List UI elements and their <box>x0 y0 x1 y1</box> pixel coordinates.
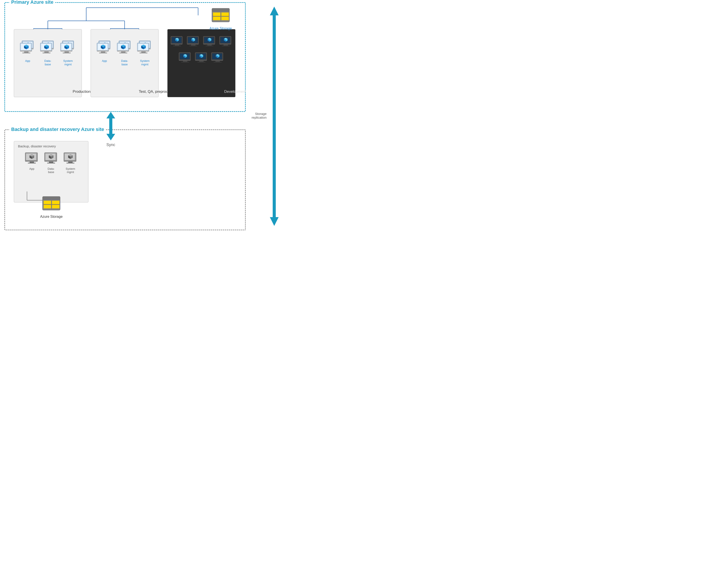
svg-rect-160 <box>183 61 187 62</box>
svg-marker-236 <box>270 15 279 226</box>
backup-app-monitor <box>24 152 39 166</box>
svg-rect-161 <box>181 62 189 63</box>
svg-rect-61 <box>64 51 69 52</box>
svg-rect-196 <box>29 162 34 163</box>
svg-rect-190 <box>213 17 221 20</box>
svg-rect-206 <box>47 163 55 163</box>
test-sys-vm: Systemmgmt <box>137 40 153 66</box>
svg-rect-214 <box>68 162 72 163</box>
svg-rect-133 <box>191 44 195 46</box>
primary-site-label: Primary Azure site <box>9 0 55 5</box>
production-box: App <box>14 29 82 97</box>
storage-replication-arrow <box>268 6 281 226</box>
svg-rect-179 <box>214 62 222 63</box>
backup-sys-monitor <box>63 152 78 166</box>
svg-rect-78 <box>97 50 108 51</box>
backup-inner-label: Backup, disaster recovery <box>18 144 56 148</box>
backup-db-label: Data-base <box>48 167 55 174</box>
sync-area: Sync <box>103 112 119 147</box>
svg-rect-143 <box>206 46 213 46</box>
vm-monitor-front-db <box>40 43 54 56</box>
svg-rect-97 <box>121 51 125 52</box>
dev-monitor-2 <box>186 36 200 49</box>
svg-rect-226 <box>43 199 60 200</box>
test-app-vm: App <box>96 40 113 66</box>
dev-monitor-7 <box>211 52 225 65</box>
svg-rect-188 <box>213 13 221 16</box>
diagram-container: Primary Azure site <box>0 0 285 235</box>
dev-monitor-4 <box>219 36 233 49</box>
dev-label: Development <box>202 89 269 94</box>
svg-rect-96 <box>117 50 129 51</box>
svg-rect-197 <box>28 163 36 163</box>
dev-monitor-6 <box>194 52 208 65</box>
test-app-label: App <box>102 59 107 63</box>
production-sys-vm: Systemmgmt <box>60 40 76 66</box>
svg-rect-124 <box>175 44 179 46</box>
svg-rect-98 <box>119 52 127 53</box>
svg-rect-134 <box>189 46 197 46</box>
primary-site-box: Primary Azure site <box>4 2 246 112</box>
svg-rect-177 <box>211 60 223 61</box>
svg-marker-234 <box>106 126 115 140</box>
svg-rect-204 <box>44 161 57 162</box>
svg-rect-187 <box>212 11 229 12</box>
test-sys-label: Systemmgmt <box>140 59 149 66</box>
production-db-vm: Data-base <box>40 40 56 66</box>
svg-rect-213 <box>64 161 76 162</box>
svg-rect-114 <box>137 50 149 51</box>
svg-rect-159 <box>179 60 190 61</box>
svg-rect-191 <box>222 17 229 20</box>
storage-replication-area: Storagereplication <box>268 6 281 226</box>
backup-site-label: Backup and disaster recovery Azure site <box>9 127 106 132</box>
svg-rect-42 <box>40 50 52 51</box>
svg-rect-116 <box>140 52 147 53</box>
svg-rect-43 <box>44 51 49 52</box>
dev-monitor-1 <box>170 36 184 49</box>
production-sys-label: Systemmgmt <box>63 59 72 66</box>
svg-rect-125 <box>173 46 181 46</box>
backup-sys-label: Systemmgmt <box>66 167 75 174</box>
svg-rect-44 <box>43 52 50 53</box>
vm-monitor-front-sys <box>60 43 74 56</box>
svg-rect-178 <box>215 61 220 62</box>
svg-rect-230 <box>52 205 60 208</box>
svg-rect-62 <box>63 52 71 53</box>
svg-rect-80 <box>99 52 107 53</box>
svg-rect-24 <box>20 50 32 51</box>
backup-sys-vm: Systemmgmt <box>63 152 78 174</box>
svg-rect-170 <box>197 62 205 63</box>
azure-storage-top-icon <box>211 7 231 25</box>
svg-rect-228 <box>52 201 60 204</box>
production-app-vm: App <box>19 40 36 66</box>
svg-marker-233 <box>106 112 115 126</box>
azure-storage-top: Azure Storage <box>210 7 232 30</box>
svg-rect-141 <box>203 43 215 44</box>
svg-rect-60 <box>61 50 72 51</box>
backup-db-vm: Data-base <box>44 152 59 174</box>
test-db-label: Data-base <box>121 59 128 66</box>
svg-rect-189 <box>222 13 229 16</box>
svg-rect-150 <box>219 43 231 44</box>
sync-label: Sync <box>106 143 115 147</box>
svg-rect-169 <box>199 61 204 62</box>
test-box: App <box>90 29 159 97</box>
svg-rect-79 <box>101 51 105 52</box>
svg-rect-152 <box>222 46 230 46</box>
dev-monitor-5 <box>178 52 192 65</box>
svg-rect-168 <box>195 60 207 61</box>
svg-rect-195 <box>25 161 38 162</box>
svg-rect-142 <box>207 44 212 46</box>
svg-rect-115 <box>141 51 146 52</box>
svg-rect-151 <box>224 44 228 46</box>
backup-inner-box: Backup, disaster recovery <box>14 141 88 203</box>
svg-rect-132 <box>187 43 198 44</box>
backup-site-box: Backup and disaster recovery Azure site … <box>4 129 246 230</box>
sync-arrow <box>103 112 119 140</box>
svg-rect-25 <box>24 51 28 52</box>
azure-storage-bottom-label: Azure Storage <box>40 215 63 219</box>
dev-monitor-3 <box>203 36 216 49</box>
test-db-vm: Data-base <box>116 40 133 66</box>
production-db-label: Data-base <box>44 59 51 66</box>
azure-storage-bottom-icon <box>41 195 61 213</box>
